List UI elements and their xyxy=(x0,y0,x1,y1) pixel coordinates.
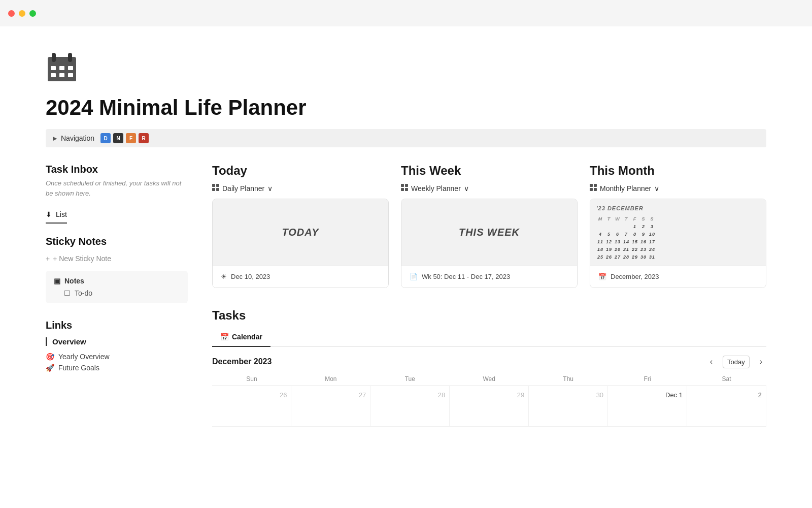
daily-planner-label: Daily Planner xyxy=(222,184,264,193)
calendar-tab-label: Calendar xyxy=(232,333,262,341)
calendar-month-title: December 2023 xyxy=(212,357,272,366)
minimize-button[interactable] xyxy=(19,10,25,17)
mini-calendar: M T W T F S S 123 45678910 1112131415161… xyxy=(596,215,656,261)
content-area: Task Inbox Once scheduled or finished, y… xyxy=(46,164,766,427)
monthly-planner-chevron: ∨ xyxy=(654,184,659,193)
cal-header-thu: Thu xyxy=(529,372,608,386)
svg-rect-16 xyxy=(401,188,404,191)
cal-day-26-nov[interactable]: 26 xyxy=(212,386,291,427)
month-card-label: '23 DECEMBER xyxy=(596,205,644,211)
new-sticky-label: + New Sticky Note xyxy=(53,255,111,263)
svg-rect-8 xyxy=(59,73,64,77)
cal-header-mon: Mon xyxy=(291,372,370,386)
cal-day-2-dec[interactable]: 2 xyxy=(687,386,766,427)
calendar-header: December 2023 ‹ Today › xyxy=(212,347,766,372)
calendar-next-button[interactable]: › xyxy=(756,355,766,368)
cal-header-tue: Tue xyxy=(370,372,450,386)
calendar-grid: Sun Mon Tue Wed Thu Fri Sat 26 27 xyxy=(212,372,766,427)
sidebar: Task Inbox Once scheduled or finished, y… xyxy=(46,164,188,427)
future-goals-link[interactable]: 🚀 Future Goals xyxy=(46,362,188,373)
nav-badge-r: R xyxy=(139,133,149,143)
today-date: Dec 10, 2023 xyxy=(231,273,270,280)
today-planner-col: Today Daily Planner ∨ xyxy=(212,164,389,288)
calendar-nav: ‹ Today › xyxy=(706,355,766,368)
yearly-overview-label: Yearly Overview xyxy=(58,353,110,361)
monthly-planner-grid-icon xyxy=(590,184,597,193)
month-date: December, 2023 xyxy=(611,273,659,280)
today-card-body: TODAY xyxy=(213,199,388,265)
calendar-today-button[interactable]: Today xyxy=(723,356,750,368)
main-container: 2024 Minimal Life Planner ▶ Navigation D… xyxy=(0,26,812,508)
tasks-section: Tasks 📅 Calendar December 2023 ‹ Today › xyxy=(212,308,766,427)
calendar-tab-icon: 📅 xyxy=(220,333,229,341)
svg-rect-7 xyxy=(51,73,56,77)
svg-rect-14 xyxy=(401,184,404,187)
calendar-tab[interactable]: 📅 Calendar xyxy=(212,329,270,347)
titlebar xyxy=(0,0,812,26)
svg-rect-9 xyxy=(68,73,73,77)
week-heading: This Week xyxy=(401,164,578,178)
sticky-notes-section: Sticky Notes + + New Sticky Note ▣ Notes… xyxy=(46,236,188,303)
monthly-planner-label: Monthly Planner xyxy=(600,184,651,193)
calendar-icon: 📅 xyxy=(598,273,606,280)
cal-week-row: 26 27 28 29 30 Dec 1 2 xyxy=(212,386,766,427)
svg-rect-18 xyxy=(590,184,593,187)
cal-header-wed: Wed xyxy=(450,372,529,386)
cal-day-1-dec[interactable]: Dec 1 xyxy=(608,386,687,427)
cal-header-fri: Fri xyxy=(608,372,687,386)
today-card-footer: ☀ Dec 10, 2023 xyxy=(213,265,388,288)
weekly-planner-grid-icon xyxy=(401,184,408,193)
close-button[interactable] xyxy=(8,10,15,17)
tasks-tab-row: 📅 Calendar xyxy=(212,329,766,347)
task-inbox-subtitle: Once scheduled or finished, your tasks w… xyxy=(46,178,188,198)
page-icon xyxy=(46,51,766,89)
week-card-body: THIS WEEK xyxy=(401,199,577,265)
today-heading: Today xyxy=(212,164,389,178)
svg-rect-2 xyxy=(52,53,56,62)
calendar-prev-button[interactable]: ‹ xyxy=(706,355,717,368)
weekly-planner-selector[interactable]: Weekly Planner ∨ xyxy=(401,184,578,193)
monthly-planner-selector[interactable]: Monthly Planner ∨ xyxy=(590,184,766,193)
cal-day-29-nov[interactable]: 29 xyxy=(450,386,529,427)
daily-planner-chevron: ∨ xyxy=(267,184,273,193)
nav-badge-n: N xyxy=(113,133,123,143)
download-icon: ⬇ xyxy=(46,210,52,218)
task-inbox-section: Task Inbox Once scheduled or finished, y… xyxy=(46,164,188,224)
daily-planner-selector[interactable]: Daily Planner ∨ xyxy=(212,184,389,193)
today-planner-card[interactable]: TODAY ☀ Dec 10, 2023 xyxy=(212,199,389,288)
yearly-overview-link[interactable]: 🎯 Yearly Overview xyxy=(46,351,188,362)
nav-badge-f: F xyxy=(126,133,136,143)
sticky-notes-item[interactable]: ▣ Notes xyxy=(54,277,180,285)
svg-rect-13 xyxy=(216,188,219,191)
planners-row: Today Daily Planner ∨ xyxy=(212,164,766,288)
cal-day-27-nov[interactable]: 27 xyxy=(291,386,370,427)
month-planner-col: This Month Monthly Planner ∨ xyxy=(590,164,766,288)
future-goals-label: Future Goals xyxy=(58,364,99,372)
plus-icon: + xyxy=(46,255,50,263)
week-planner-col: This Week Weekly Planner ∨ xyxy=(401,164,578,288)
checkbox-icon: ☐ xyxy=(64,289,71,297)
list-tab-label: List xyxy=(56,210,67,218)
svg-rect-3 xyxy=(68,53,72,62)
links-section: Links Overview 🎯 Yearly Overview 🚀 Futur… xyxy=(46,320,188,373)
cal-header-sat: Sat xyxy=(687,372,766,386)
sticky-notes-title: Sticky Notes xyxy=(46,236,188,247)
month-heading: This Month xyxy=(590,164,766,178)
sun-icon: ☀ xyxy=(221,273,227,280)
navigation-bar[interactable]: ▶ Navigation D N F R xyxy=(46,129,766,147)
cal-day-28-nov[interactable]: 28 xyxy=(370,386,450,427)
page-title: 2024 Minimal Life Planner xyxy=(46,96,766,120)
svg-rect-6 xyxy=(68,66,73,70)
svg-rect-10 xyxy=(212,184,215,187)
month-card-footer: 📅 December, 2023 xyxy=(590,265,766,288)
new-sticky-note-button[interactable]: + + New Sticky Note xyxy=(46,250,188,267)
list-tab[interactable]: ⬇ List xyxy=(46,206,67,224)
sticky-todo-item[interactable]: ☐ To-do xyxy=(64,289,180,297)
task-inbox-title: Task Inbox xyxy=(46,164,188,175)
cal-header-sun: Sun xyxy=(212,372,291,386)
week-planner-card[interactable]: THIS WEEK 📄 Wk 50: Dec 11 - Dec 17, 2023 xyxy=(401,199,578,288)
links-overview-group: Overview xyxy=(46,337,188,346)
cal-day-30-nov[interactable]: 30 xyxy=(529,386,608,427)
month-planner-card[interactable]: '23 DECEMBER M T W T F S S 123 xyxy=(590,199,766,288)
maximize-button[interactable] xyxy=(29,10,36,17)
